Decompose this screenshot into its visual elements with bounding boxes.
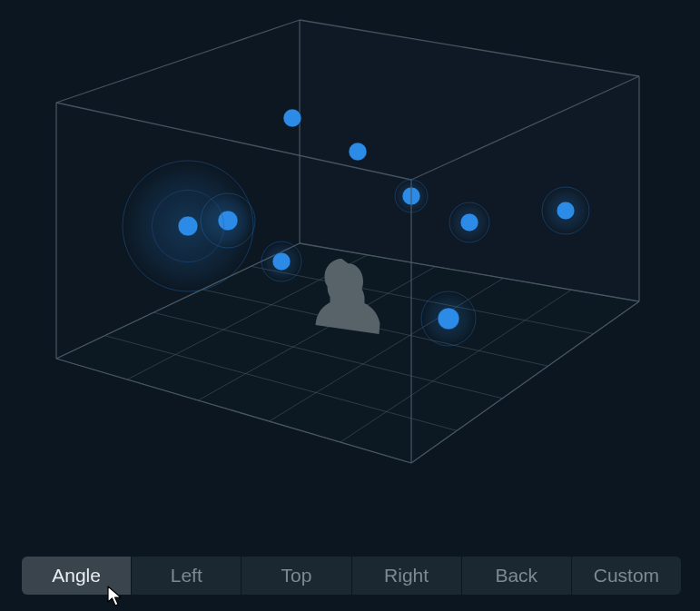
view-tab-top[interactable]: Top bbox=[242, 557, 350, 595]
view-tab-label: Left bbox=[171, 565, 202, 586]
view-tab-right[interactable]: Right bbox=[352, 557, 461, 595]
room-box-icon bbox=[0, 0, 700, 545]
sound-source[interactable] bbox=[421, 291, 476, 346]
view-tab-label: Right bbox=[384, 565, 429, 586]
svg-point-37 bbox=[438, 308, 459, 330]
view-mode-tabs: Angle Left Top Right Back Custom bbox=[22, 557, 681, 595]
svg-point-40 bbox=[272, 252, 291, 271]
svg-point-34 bbox=[557, 202, 575, 220]
sound-source[interactable] bbox=[123, 161, 253, 291]
sound-source[interactable] bbox=[449, 202, 489, 242]
view-tab-label: Top bbox=[281, 565, 312, 586]
sound-source[interactable] bbox=[283, 109, 301, 127]
spatial-viewport[interactable] bbox=[0, 0, 700, 545]
view-tab-label: Back bbox=[495, 565, 537, 586]
sound-source[interactable] bbox=[261, 241, 301, 281]
view-tab-back[interactable]: Back bbox=[462, 557, 571, 595]
view-tab-label: Custom bbox=[594, 565, 659, 586]
svg-point-24 bbox=[283, 109, 301, 127]
sound-source[interactable] bbox=[542, 187, 589, 234]
view-tab-label: Angle bbox=[52, 565, 101, 586]
view-tab-left[interactable]: Left bbox=[132, 557, 241, 595]
svg-point-25 bbox=[349, 143, 367, 161]
svg-point-47 bbox=[178, 216, 198, 236]
sound-source[interactable] bbox=[349, 143, 367, 161]
view-tab-custom[interactable]: Custom bbox=[572, 557, 681, 595]
svg-point-31 bbox=[460, 213, 478, 232]
view-tab-angle[interactable]: Angle bbox=[22, 557, 131, 595]
